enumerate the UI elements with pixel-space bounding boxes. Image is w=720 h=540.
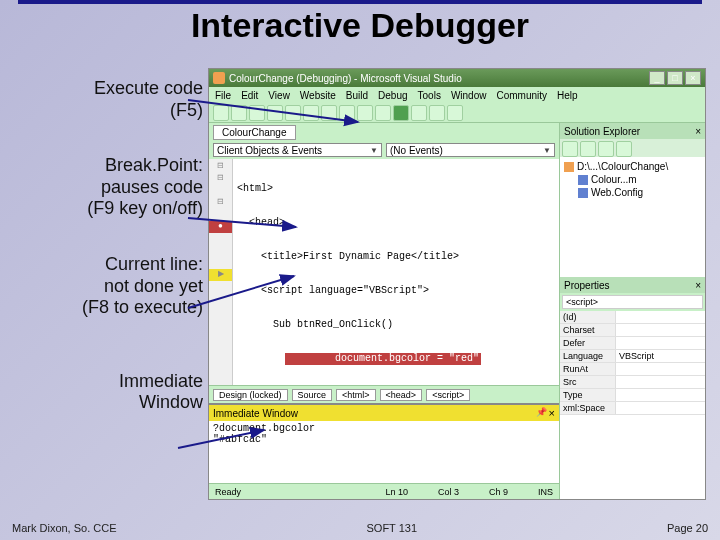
object-selector-value: Client Objects & Events <box>217 145 322 156</box>
ide-titlebar[interactable]: ColourChange (Debugging) - Microsoft Vis… <box>209 69 705 87</box>
tree-root[interactable]: D:\...\ColourChange\ <box>564 160 701 173</box>
current-line-icon: ▶ <box>209 269 232 281</box>
maximize-button[interactable]: □ <box>667 71 683 85</box>
annotation-breakpoint: Break.Point:pauses code(F9 key on/off) <box>18 155 203 220</box>
toolbar-button[interactable] <box>285 105 301 121</box>
solution-title: Solution Explorer <box>564 126 640 137</box>
toolbar-button[interactable] <box>598 141 614 157</box>
menu-file[interactable]: File <box>215 90 231 101</box>
toolbar-button[interactable] <box>447 105 463 121</box>
code-line: Sub btnRed_OnClick() <box>237 319 555 331</box>
menu-community[interactable]: Community <box>496 90 547 101</box>
properties-grid[interactable]: (Id) Charset Defer LanguageVBScript RunA… <box>560 311 705 499</box>
folder-icon <box>564 162 574 172</box>
view-tab-script[interactable]: <script> <box>426 389 470 401</box>
properties-header: Properties × <box>560 277 705 293</box>
property-row: Charset <box>560 324 705 337</box>
menu-edit[interactable]: Edit <box>241 90 258 101</box>
code-editor[interactable]: ⊟ ⊟ ⊟ ● ▶ <html> <head> <title>First Dyn… <box>209 159 559 385</box>
toolbar-button[interactable] <box>213 105 229 121</box>
annotation-currentline: Current line:not done yet(F8 to execute) <box>18 254 203 319</box>
menu-help[interactable]: Help <box>557 90 578 101</box>
immediate-line: "#abfcac" <box>213 434 555 445</box>
view-tab-design[interactable]: Design (locked) <box>213 389 288 401</box>
tree-item-label: Web.Config <box>591 187 643 198</box>
menu-debug[interactable]: Debug <box>378 90 407 101</box>
view-tab-head[interactable]: <head> <box>380 389 423 401</box>
close-icon[interactable]: × <box>695 280 701 291</box>
view-tab-source[interactable]: Source <box>292 389 333 401</box>
toolbar-button[interactable] <box>616 141 632 157</box>
app-icon <box>213 72 225 84</box>
tree-root-label: D:\...\ColourChange\ <box>577 161 668 172</box>
breakpoint-icon[interactable]: ● <box>209 221 232 233</box>
property-row: (Id) <box>560 311 705 324</box>
tree-item[interactable]: Colour...m <box>564 173 701 186</box>
status-ins: INS <box>538 487 553 497</box>
event-selector[interactable]: (No Events) ▼ <box>386 143 555 157</box>
document-tab[interactable]: ColourChange <box>213 125 296 140</box>
toolbar-button[interactable] <box>580 141 596 157</box>
toolbar-button[interactable] <box>231 105 247 121</box>
menu-build[interactable]: Build <box>346 90 368 101</box>
ide-title-text: ColourChange (Debugging) - Microsoft Vis… <box>229 73 649 84</box>
file-icon <box>578 175 588 185</box>
annotation-execute: Execute code(F5) <box>18 78 203 121</box>
toolbar-button[interactable] <box>303 105 319 121</box>
chevron-down-icon: ▼ <box>543 146 551 155</box>
view-tab-html[interactable]: <html> <box>336 389 376 401</box>
status-ready: Ready <box>215 487 241 497</box>
toolbar-button[interactable] <box>339 105 355 121</box>
solution-header: Solution Explorer × <box>560 123 705 139</box>
toolbar-button[interactable] <box>249 105 265 121</box>
menu-tools[interactable]: Tools <box>418 90 441 101</box>
immediate-header: Immediate Window 📌 × <box>209 405 559 421</box>
statusbar: Ready Ln 10 Col 3 Ch 9 INS <box>209 483 559 499</box>
menu-view[interactable]: View <box>268 90 290 101</box>
annotation-immediate: ImmediateWindow <box>18 371 203 414</box>
close-button[interactable]: × <box>685 71 701 85</box>
tree-item[interactable]: Web.Config <box>564 186 701 199</box>
code-line: <head> <box>237 217 555 229</box>
chevron-down-icon: ▼ <box>370 146 378 155</box>
toolbar-button[interactable] <box>562 141 578 157</box>
event-selector-value: (No Events) <box>390 145 443 156</box>
close-icon[interactable]: × <box>695 126 701 137</box>
properties-title: Properties <box>564 280 610 291</box>
menu-website[interactable]: Website <box>300 90 336 101</box>
toolbar-button[interactable] <box>375 105 391 121</box>
status-ch: Ch 9 <box>489 487 508 497</box>
toolbar-button[interactable] <box>411 105 427 121</box>
footer-page: Page 20 <box>667 522 708 534</box>
toolbar-button[interactable] <box>267 105 283 121</box>
collapse-icon[interactable]: ⊟ <box>209 161 232 173</box>
minimize-button[interactable]: _ <box>649 71 665 85</box>
immediate-body[interactable]: ?document.bgcolor "#abfcac" <box>209 421 559 483</box>
gutter: ⊟ ⊟ ⊟ ● ▶ <box>209 159 233 385</box>
property-row: LanguageVBScript <box>560 350 705 363</box>
menu-window[interactable]: Window <box>451 90 487 101</box>
property-row: Src <box>560 376 705 389</box>
footer: Mark Dixon, So. CCE SOFT 131 Page 20 <box>0 522 720 534</box>
close-icon[interactable]: × <box>549 407 555 419</box>
property-row: RunAt <box>560 363 705 376</box>
tree-item-label: Colour...m <box>591 174 637 185</box>
object-selector[interactable]: Client Objects & Events ▼ <box>213 143 382 157</box>
annotation-column: Execute code(F5) Break.Point:pauses code… <box>18 78 203 414</box>
code-line: <script language="VBScript"> <box>237 285 555 297</box>
toolbar-button[interactable] <box>357 105 373 121</box>
collapse-icon[interactable]: ⊟ <box>209 173 232 185</box>
collapse-icon[interactable]: ⊟ <box>209 197 232 209</box>
solution-tree[interactable]: D:\...\ColourChange\ Colour...m Web.Conf… <box>560 157 705 277</box>
pin-icon[interactable]: 📌 <box>536 407 547 419</box>
file-icon <box>578 188 588 198</box>
footer-author: Mark Dixon, So. CCE <box>12 522 117 534</box>
document-tabs: ColourChange <box>209 123 559 141</box>
run-button[interactable] <box>393 105 409 121</box>
properties-target[interactable]: <script> <box>562 295 703 309</box>
toolbar-button[interactable] <box>321 105 337 121</box>
status-col: Col 3 <box>438 487 459 497</box>
property-row: xml:Space <box>560 402 705 415</box>
ide-body: ColourChange Client Objects & Events ▼ (… <box>209 123 705 499</box>
toolbar-button[interactable] <box>429 105 445 121</box>
